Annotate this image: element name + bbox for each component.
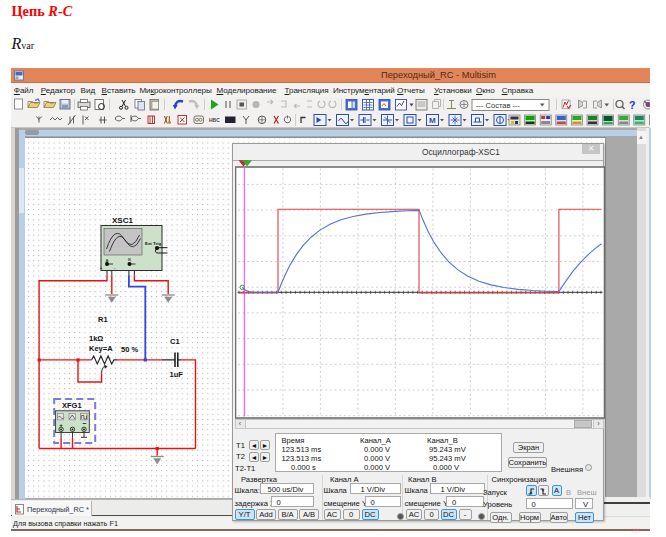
svg-text:M: M (429, 116, 436, 125)
svg-text:R1: R1 (98, 315, 108, 324)
svg-text:1kΩ: 1kΩ (89, 334, 103, 343)
svg-text:1uF: 1uF (169, 370, 183, 379)
svg-text:--- Состав ---: --- Состав --- (476, 101, 520, 110)
svg-text:50 %: 50 % (121, 344, 138, 353)
svg-text:A: A (105, 257, 108, 262)
svg-text:XSC1: XSC1 (112, 216, 133, 225)
svg-text:C1: C1 (170, 336, 180, 345)
svg-text:XFG1: XFG1 (62, 400, 82, 409)
svg-text:−: − (82, 420, 86, 427)
svg-text:HBC: HBC (209, 117, 220, 123)
svg-text:+: + (100, 265, 102, 269)
svg-text:Ext Trig: Ext Trig (145, 240, 161, 245)
svg-text:B: B (128, 257, 131, 262)
svg-text:Key=A: Key=A (89, 343, 113, 352)
svg-text:?: ? (629, 99, 635, 111)
